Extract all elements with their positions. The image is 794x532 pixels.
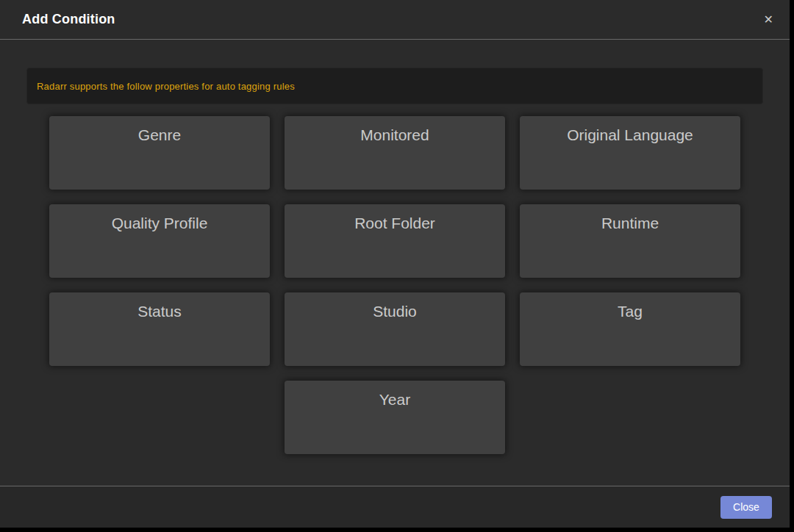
modal-body: Radarr supports the follow properties fo…	[0, 40, 790, 486]
condition-grid: Genre Monitored Original Language Qualit…	[22, 109, 768, 461]
condition-card-original-language[interactable]: Original Language	[520, 116, 740, 190]
condition-label: Genre	[138, 126, 181, 144]
condition-label: Monitored	[360, 126, 429, 144]
condition-label: Studio	[373, 303, 417, 320]
condition-label: Original Language	[567, 126, 693, 144]
condition-label: Year	[379, 391, 410, 409]
modal-title: Add Condition	[22, 12, 115, 27]
condition-label: Tag	[618, 303, 643, 320]
condition-card-studio[interactable]: Studio	[285, 292, 505, 366]
condition-label: Root Folder	[354, 215, 435, 232]
condition-card-year[interactable]: Year	[285, 381, 505, 454]
modal-backdrop: Add Condition ✕ Radarr supports the foll…	[0, 0, 794, 532]
condition-label: Runtime	[601, 215, 659, 232]
auto-tagging-info-text: Radarr supports the follow properties fo…	[37, 81, 295, 92]
condition-label: Quality Profile	[112, 215, 208, 232]
auto-tagging-info-alert: Radarr supports the follow properties fo…	[26, 68, 763, 104]
close-button[interactable]: Close	[720, 496, 772, 519]
close-icon[interactable]: ✕	[761, 11, 776, 29]
condition-card-monitored[interactable]: Monitored	[285, 116, 505, 190]
condition-card-quality-profile[interactable]: Quality Profile	[49, 204, 270, 278]
condition-label: Status	[137, 303, 182, 320]
modal-footer: Close	[0, 486, 790, 528]
condition-card-tag[interactable]: Tag	[520, 292, 740, 366]
condition-card-genre[interactable]: Genre	[49, 116, 270, 190]
add-condition-modal: Add Condition ✕ Radarr supports the foll…	[0, 0, 790, 528]
condition-card-runtime[interactable]: Runtime	[520, 204, 740, 278]
modal-header: Add Condition ✕	[0, 0, 790, 40]
condition-card-root-folder[interactable]: Root Folder	[285, 204, 505, 278]
condition-card-status[interactable]: Status	[49, 292, 270, 366]
